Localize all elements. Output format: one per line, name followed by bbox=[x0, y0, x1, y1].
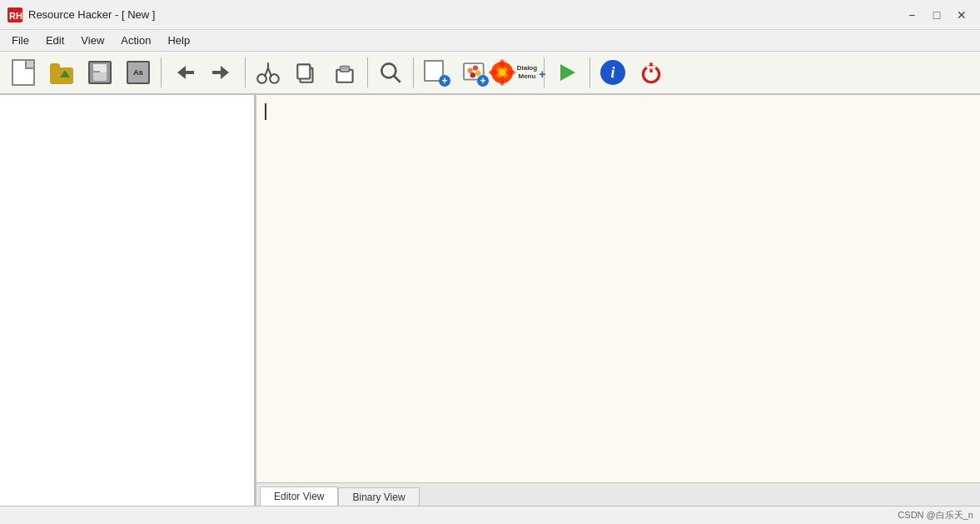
add-image-icon: + bbox=[462, 60, 487, 85]
scissors-icon bbox=[255, 59, 281, 86]
svg-rect-13 bbox=[341, 67, 350, 70]
cut-button[interactable] bbox=[250, 54, 286, 91]
add-image-button[interactable]: + bbox=[456, 54, 493, 91]
menu-item-edit[interactable]: Edit bbox=[37, 32, 72, 49]
save-as-button[interactable]: As bbox=[120, 54, 157, 91]
menu-bar: FileEditViewActionHelp bbox=[0, 30, 980, 52]
toolbar-separator-4 bbox=[413, 57, 414, 87]
editor-area[interactable] bbox=[256, 95, 980, 482]
new-button[interactable] bbox=[5, 54, 42, 91]
info-icon: i bbox=[600, 60, 625, 85]
save-as-icon: As bbox=[127, 61, 150, 84]
svg-point-25 bbox=[500, 59, 505, 69]
svg-point-14 bbox=[381, 63, 395, 77]
watermark-text: CSDN @白乐天_n bbox=[898, 509, 973, 522]
svg-point-18 bbox=[467, 68, 472, 73]
text-cursor bbox=[265, 103, 266, 120]
tab-binary[interactable]: Binary View bbox=[338, 487, 419, 506]
svg-line-7 bbox=[268, 68, 271, 77]
tab-editor[interactable]: Editor View bbox=[260, 487, 338, 506]
toolbar-separator-3 bbox=[367, 57, 368, 87]
resource-tree-panel[interactable] bbox=[0, 95, 256, 506]
title-bar: RH Resource Hacker - [ New ] − □ ✕ bbox=[0, 0, 980, 30]
toolbar-separator-6 bbox=[589, 57, 590, 87]
svg-rect-10 bbox=[297, 64, 310, 78]
open-icon bbox=[48, 61, 75, 84]
svg-marker-29 bbox=[560, 64, 575, 81]
dialog-menu-icon: DialogMenu + bbox=[489, 59, 546, 86]
toolbar-separator-2 bbox=[245, 57, 246, 87]
export-icon bbox=[209, 59, 236, 86]
paste-button[interactable] bbox=[326, 54, 363, 91]
find-button[interactable] bbox=[372, 54, 409, 91]
info-button[interactable]: i bbox=[594, 54, 631, 91]
import-icon bbox=[171, 59, 197, 86]
svg-text:RH: RH bbox=[9, 11, 22, 21]
status-bar: CSDN @白乐天_n bbox=[0, 506, 980, 524]
svg-marker-2 bbox=[177, 66, 194, 79]
svg-point-24 bbox=[498, 69, 505, 77]
main-area: Editor ViewBinary View bbox=[0, 95, 980, 506]
svg-point-21 bbox=[470, 72, 475, 77]
save-button[interactable] bbox=[82, 54, 118, 91]
app-logo: RH bbox=[7, 7, 23, 23]
svg-point-28 bbox=[505, 70, 515, 75]
svg-marker-3 bbox=[212, 66, 229, 79]
editor-panel: Editor ViewBinary View bbox=[256, 95, 980, 506]
maximize-button[interactable]: □ bbox=[925, 5, 948, 25]
svg-line-6 bbox=[265, 68, 268, 77]
toolbar-separator-1 bbox=[161, 57, 162, 87]
power-icon bbox=[638, 59, 664, 86]
toolbar: As bbox=[0, 52, 980, 95]
title-controls: − □ ✕ bbox=[900, 5, 973, 25]
search-icon bbox=[377, 59, 404, 86]
add-resource-icon: + bbox=[424, 60, 449, 85]
minimize-button[interactable]: − bbox=[900, 5, 923, 25]
compile-button[interactable] bbox=[549, 54, 585, 91]
open-button[interactable] bbox=[43, 54, 80, 91]
save-icon bbox=[88, 61, 112, 84]
svg-line-15 bbox=[394, 76, 400, 82]
play-icon bbox=[554, 59, 580, 86]
menu-item-file[interactable]: File bbox=[3, 32, 37, 49]
export-button[interactable] bbox=[204, 54, 241, 91]
menu-item-view[interactable]: View bbox=[72, 32, 112, 49]
svg-point-27 bbox=[489, 70, 499, 75]
new-icon bbox=[12, 59, 35, 86]
exit-button[interactable] bbox=[633, 54, 669, 91]
copy-icon bbox=[293, 59, 320, 86]
import-button[interactable] bbox=[166, 54, 202, 91]
paste-icon bbox=[331, 59, 358, 86]
menu-item-help[interactable]: Help bbox=[159, 32, 198, 49]
svg-point-19 bbox=[473, 65, 478, 70]
title-text: Resource Hacker - [ New ] bbox=[28, 8, 155, 21]
svg-point-26 bbox=[500, 76, 505, 86]
menu-item-action[interactable]: Action bbox=[112, 32, 159, 49]
copy-button[interactable] bbox=[288, 54, 325, 91]
tab-bar: Editor ViewBinary View bbox=[256, 482, 980, 506]
add-resource-button[interactable]: + bbox=[418, 54, 455, 91]
dialog-menu-button[interactable]: DialogMenu + bbox=[495, 54, 540, 91]
title-left: RH Resource Hacker - [ New ] bbox=[7, 7, 155, 23]
close-button[interactable]: ✕ bbox=[950, 5, 973, 25]
